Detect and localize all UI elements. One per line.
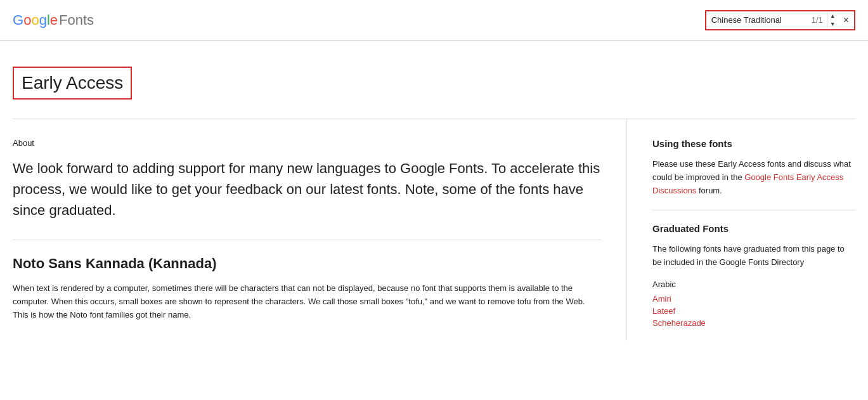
left-column: About We look forward to adding support … xyxy=(13,119,627,340)
find-close-button[interactable]: × xyxy=(838,15,854,25)
logo-text: Google xyxy=(13,12,58,29)
find-count: 1/1 xyxy=(808,15,827,25)
google-fonts-logo: Google Fonts xyxy=(13,12,94,29)
font-description: When text is rendered by a computer, som… xyxy=(13,282,601,321)
font-title: Noto Sans Kannada (Kannada) xyxy=(13,255,601,272)
logo-fonts-text: Fonts xyxy=(59,12,94,29)
font-link-amiri[interactable]: Amiri xyxy=(652,294,855,304)
header: Google Fonts 1/1 ▲ ▼ × xyxy=(0,0,868,41)
about-divider xyxy=(13,240,601,240)
using-fonts-text: Please use these Early Access fonts and … xyxy=(652,158,855,197)
font-link-lateef[interactable]: Lateef xyxy=(652,306,855,316)
arabic-label: Arabic xyxy=(652,280,855,289)
content-layout: About We look forward to adding support … xyxy=(13,119,855,340)
early-access-section: Early Access xyxy=(13,41,855,119)
about-label: About xyxy=(13,138,601,148)
find-next-button[interactable]: ▼ xyxy=(827,20,838,29)
font-link-scheherazade[interactable]: Scheherazade xyxy=(652,318,855,328)
graduated-desc: The following fonts have graduated from … xyxy=(652,243,855,269)
find-navigation: ▲ ▼ xyxy=(827,12,838,29)
sidebar-divider xyxy=(652,210,855,210)
using-fonts-text2: forum. xyxy=(696,186,722,195)
main-container: Early Access About We look forward to ad… xyxy=(0,41,868,340)
find-prev-button[interactable]: ▲ xyxy=(827,12,838,20)
find-bar: 1/1 ▲ ▼ × xyxy=(705,10,855,30)
find-input[interactable] xyxy=(706,15,808,25)
graduated-title: Graduated Fonts xyxy=(652,223,855,234)
right-column: Using these fonts Please use these Early… xyxy=(627,119,855,340)
about-text: We look forward to adding support for ma… xyxy=(13,158,601,221)
using-fonts-title: Using these fonts xyxy=(652,138,855,149)
early-access-title: Early Access xyxy=(13,67,132,100)
